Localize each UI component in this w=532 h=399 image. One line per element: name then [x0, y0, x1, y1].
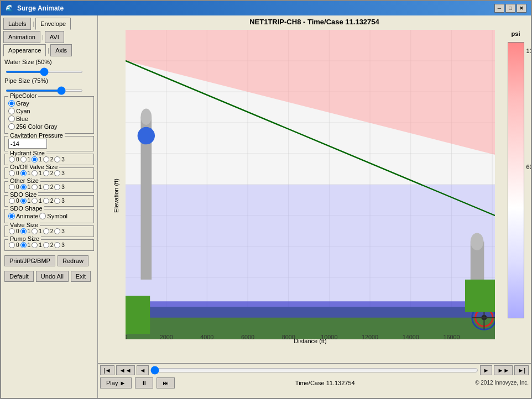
pump-1a[interactable]	[20, 242, 27, 248]
pause-button[interactable]: ⏸	[135, 377, 153, 389]
playback-row1: |◄ ◄◄ ◄ ► ►► ►|	[100, 365, 529, 375]
hydrant-0[interactable]	[9, 156, 15, 162]
cavitation-pressure-input[interactable]	[8, 139, 47, 149]
svg-text:12000: 12000	[362, 334, 378, 340]
exit-button[interactable]: Exit	[71, 271, 91, 282]
svg-text:8000: 8000	[282, 334, 295, 340]
hydrant-size-title: Hydrant Size	[8, 150, 46, 156]
redraw-button[interactable]: Redraw	[58, 255, 88, 266]
pipe-color-title: PipeColor	[8, 92, 38, 99]
chart-svg: 1150 1100 1050 1000 950 900 850 800 750 …	[126, 28, 495, 341]
tab-labels[interactable]: Labels	[3, 18, 31, 30]
sdo-size-1a[interactable]	[20, 198, 27, 204]
pipe-color-256-label: 256 Color Gray	[16, 123, 58, 130]
pipe-color-256-radio[interactable]	[8, 123, 15, 130]
next-frame-button[interactable]: ►	[480, 365, 493, 375]
svg-rect-34	[465, 280, 495, 312]
svg-rect-26	[126, 296, 150, 334]
other-1a[interactable]	[20, 184, 27, 190]
default-button[interactable]: Default	[4, 271, 34, 282]
legend-label: psi	[512, 30, 520, 37]
svg-point-24	[141, 108, 152, 124]
valve-1b[interactable]	[32, 228, 38, 234]
valve-3[interactable]	[54, 228, 60, 234]
app-icon: 🌊	[6, 4, 14, 12]
onoff-0[interactable]	[9, 170, 15, 176]
svg-text:4000: 4000	[200, 334, 213, 340]
sdo-size-1b[interactable]	[32, 198, 38, 204]
pipe-size-slider[interactable]	[6, 90, 83, 92]
pipe-color-cyan-label: Cyan	[16, 108, 30, 114]
tab-envelope[interactable]: Envelope	[35, 18, 71, 30]
playback-slider[interactable]	[150, 366, 478, 375]
main-content: Labels | Envelope Animation | AVI Appear…	[1, 15, 531, 398]
tab-appearance[interactable]: Appearance	[3, 44, 46, 56]
print-button[interactable]: Print/JPG/BMP	[4, 255, 55, 266]
next-fast-button[interactable]: ►►	[494, 365, 513, 375]
pipe-size-label: Pipe Size (75%)	[4, 77, 94, 84]
onoff-valve-radios: 0 1 1 2 3	[8, 170, 90, 176]
chart-wrapper: Elevation (ft)	[98, 28, 500, 363]
window-title: Surge Animate	[17, 4, 64, 12]
sdo-size-0[interactable]	[9, 198, 15, 204]
valve-0[interactable]	[9, 228, 15, 234]
pump-0[interactable]	[9, 242, 15, 248]
pump-size-title: Pump Size	[8, 235, 41, 242]
pipe-color-blue-label: Blue	[16, 116, 28, 122]
prev-frame-button[interactable]: ◄	[137, 365, 149, 375]
other-2[interactable]	[43, 184, 49, 190]
svg-marker-22	[126, 301, 495, 317]
tab-animation[interactable]: Animation	[3, 31, 40, 43]
pump-size-radios: 0 1 1 2 3	[8, 242, 90, 248]
water-size-slider[interactable]	[6, 71, 83, 73]
last-frame-button[interactable]: ►|	[514, 365, 529, 375]
onoff-1a[interactable]	[20, 170, 27, 176]
pipe-color-cyan-row: Cyan	[8, 108, 90, 114]
valve-2[interactable]	[43, 228, 49, 234]
other-1b[interactable]	[32, 184, 38, 190]
hydrant-1a[interactable]	[20, 156, 27, 162]
tab-axis[interactable]: Axis	[50, 44, 72, 56]
main-window: 🌊 Surge Animate ─ □ ✕ Labels | Envelope …	[0, 0, 532, 399]
hydrant-1b[interactable]	[32, 156, 38, 162]
pump-3[interactable]	[54, 242, 60, 248]
step-button[interactable]: ⏭	[157, 377, 175, 389]
titlebar-controls: ─ □ ✕	[494, 4, 526, 13]
tab-row-2: Animation | AVI	[3, 31, 95, 43]
pipe-color-cyan-radio[interactable]	[8, 108, 15, 114]
onoff-2[interactable]	[43, 170, 49, 176]
cavitation-title: Cavitation Pressure	[8, 132, 65, 139]
other-3[interactable]	[54, 184, 60, 190]
tab-avi[interactable]: AVI	[45, 31, 64, 43]
hydrant-2[interactable]	[43, 156, 49, 162]
cavitation-group: Cavitation Pressure	[4, 136, 94, 151]
onoff-1b[interactable]	[32, 170, 38, 176]
legend-color-bar-container: 119 60	[508, 42, 524, 318]
pipe-color-gray-radio[interactable]	[8, 100, 15, 107]
chart-title: NET1TRIP-CH8 - Time/Case 11.132754	[98, 15, 531, 28]
play-button[interactable]: Play ►	[100, 377, 132, 389]
sdo-shape-animate-radio[interactable]	[8, 213, 15, 219]
maximize-button[interactable]: □	[505, 4, 515, 13]
close-button[interactable]: ✕	[517, 4, 526, 13]
svg-point-25	[138, 127, 155, 144]
titlebar-left: 🌊 Surge Animate	[6, 4, 64, 12]
sdo-size-2[interactable]	[43, 198, 49, 204]
prev-fast-button[interactable]: ◄◄	[116, 365, 135, 375]
titlebar: 🌊 Surge Animate ─ □ ✕	[1, 1, 531, 15]
sdo-size-3[interactable]	[54, 198, 60, 204]
pump-1b[interactable]	[32, 242, 38, 248]
onoff-3[interactable]	[54, 170, 60, 176]
sdo-shape-symbol-radio[interactable]	[39, 213, 46, 219]
undo-all-button[interactable]: Undo All	[36, 271, 69, 282]
onoff-valve-title: On/Off Valve Size	[8, 164, 59, 170]
minimize-button[interactable]: ─	[494, 4, 504, 13]
pipe-color-gray-row: Gray	[8, 100, 90, 107]
first-frame-button[interactable]: |◄	[100, 365, 114, 375]
pump-2[interactable]	[43, 242, 49, 248]
pipe-color-blue-radio[interactable]	[8, 116, 15, 122]
valve-size-title: Valve Size	[8, 222, 40, 228]
other-0[interactable]	[9, 184, 15, 190]
valve-1a[interactable]	[20, 228, 27, 234]
hydrant-3[interactable]	[54, 156, 60, 162]
